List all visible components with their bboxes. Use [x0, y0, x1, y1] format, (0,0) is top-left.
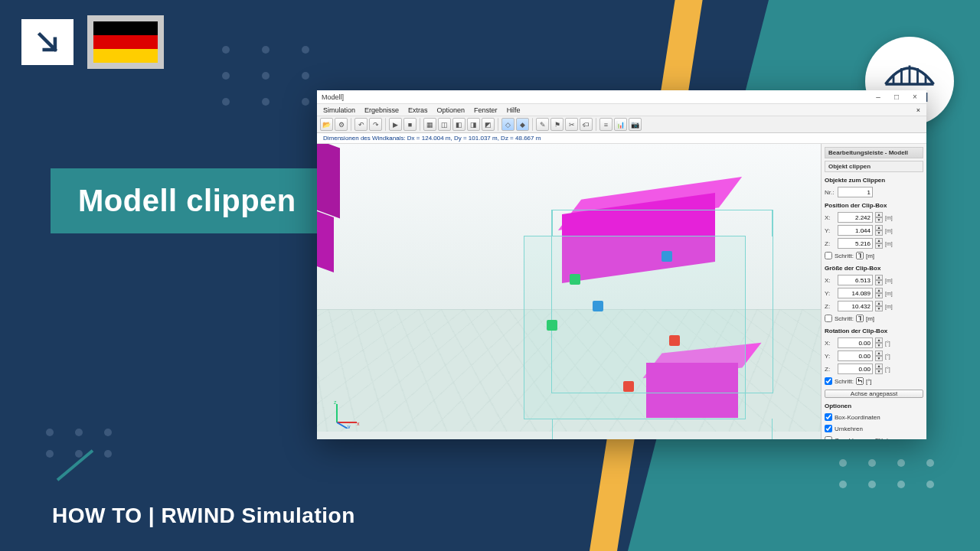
nr-input[interactable]	[838, 187, 873, 197]
window-title-text: Modell]	[322, 93, 344, 101]
tb-view5-icon[interactable]: ◩	[482, 118, 495, 131]
objects-label: Objekte zum Clippen	[825, 176, 923, 184]
svg-text:x: x	[357, 421, 360, 426]
tb-view4-icon[interactable]: ◨	[467, 118, 480, 131]
tb-flag-icon[interactable]: ⚑	[550, 118, 564, 131]
panel-section[interactable]: Objekt clippen	[825, 161, 923, 172]
svg-text:y: y	[348, 424, 351, 429]
window-close-button[interactable]: ×	[908, 93, 922, 102]
gizmo-rot-z-icon[interactable]	[662, 251, 672, 262]
pos-y-label: Y:	[825, 227, 835, 234]
tb-run-icon[interactable]: ▶	[389, 118, 402, 131]
tb-sep	[385, 118, 386, 131]
spinner-icon[interactable]: ▲▼	[875, 350, 883, 361]
menu-results[interactable]: Ergebnisse	[364, 106, 399, 114]
inner-close-button[interactable]: ×	[916, 106, 920, 114]
rot-z-input[interactable]	[838, 364, 873, 374]
german-flag-icon	[87, 15, 164, 69]
axis-triad-icon: z x y	[331, 398, 361, 429]
pos-x-label: X:	[825, 214, 835, 221]
spinner-icon[interactable]: ▲▼	[875, 275, 883, 285]
position-title: Position der Clip-Box	[825, 201, 923, 210]
menu-window[interactable]: Fenster	[474, 106, 498, 114]
spinner-icon[interactable]: ▲▼	[875, 225, 883, 236]
toolbar: 📂 ⚙ ↶ ↷ ▶ ■ ▦ ◫ ◧ ◨ ◩ ◇ ◆ ✎ ⚑ ✂ 🏷 ≡ 📊 📷	[317, 116, 926, 133]
tb-cam-icon[interactable]: 📷	[629, 118, 642, 131]
app-window: Modell] – □ × Simulation Ergebnisse Extr…	[317, 90, 926, 439]
window-maximize-button[interactable]: □	[890, 93, 903, 102]
tb-view3-icon[interactable]: ◧	[452, 118, 466, 131]
window-titlebar[interactable]: Modell] – □ ×	[317, 90, 926, 104]
menu-simulation[interactable]: Simulation	[323, 106, 355, 114]
tb-measure-icon[interactable]: ✎	[536, 118, 549, 131]
decor-dots-bottom-right	[839, 459, 934, 488]
tb-layers-icon[interactable]: ≡	[599, 118, 612, 131]
tb-chart-icon[interactable]: 📊	[614, 118, 627, 131]
spinner-icon[interactable]: ▲▼	[875, 337, 883, 348]
gizmo-rot-x-icon[interactable]	[623, 381, 634, 392]
tb-sep	[532, 118, 533, 131]
opt-closed-check[interactable]	[825, 436, 832, 439]
menu-options[interactable]: Optionen	[437, 106, 466, 114]
decor-dots-top	[222, 46, 312, 106]
gizmo-x-icon[interactable]	[669, 335, 680, 346]
model-block-bottom-side	[317, 211, 334, 272]
pos-z-input[interactable]	[838, 238, 873, 249]
tb-redo-icon[interactable]: ↷	[369, 118, 382, 131]
rot-y-input[interactable]	[838, 350, 873, 361]
tb-view2-icon[interactable]: ◫	[438, 118, 451, 131]
status-line: Dimensionen des Windkanals: Dx = 124.004…	[317, 133, 926, 144]
size-x-input[interactable]	[838, 275, 873, 285]
tb-sep	[498, 118, 498, 131]
tb-cube-icon[interactable]: ◇	[501, 118, 514, 131]
options-title: Optionen	[825, 402, 923, 410]
tb-stop-icon[interactable]: ■	[403, 118, 416, 131]
slide-title: Modell clippen	[51, 168, 324, 233]
rot-step-check[interactable]	[825, 377, 832, 385]
panel-header: Bearbeitungsleiste - Modell	[825, 147, 923, 158]
status-line-text: Dimensionen des Windkanals: Dx = 124.004…	[323, 135, 541, 142]
decor-dots-bottom-left	[46, 429, 112, 458]
spinner-icon[interactable]: ▲▼	[875, 212, 883, 223]
tb-sep	[351, 118, 351, 131]
model-block-bottom	[646, 363, 738, 418]
opt-invert-check[interactable]	[825, 425, 832, 432]
slide-footer: HOW TO | RWIND Simulation	[52, 504, 355, 528]
size-z-input[interactable]	[838, 301, 873, 311]
size-title: Größe der Clip-Box	[825, 264, 923, 272]
pos-y-input[interactable]	[838, 225, 873, 236]
gizmo-y-icon[interactable]	[570, 274, 580, 285]
size-step-check[interactable]	[825, 315, 832, 322]
spinner-icon[interactable]: ▲▼	[875, 301, 883, 311]
tb-view1-icon[interactable]: ▦	[423, 118, 436, 131]
size-step-input[interactable]	[856, 315, 864, 322]
spinner-icon[interactable]: ▲▼	[875, 288, 883, 298]
tb-gear-icon[interactable]: ⚙	[335, 118, 348, 131]
tb-tag-icon[interactable]: 🏷	[580, 118, 593, 131]
pos-x-input[interactable]	[838, 212, 873, 223]
window-minimize-button[interactable]: –	[871, 93, 885, 102]
gizmo-z-icon[interactable]	[593, 301, 603, 311]
rotation-title: Rotation der Clip-Box	[825, 327, 923, 335]
pos-z-label: Z:	[825, 240, 835, 247]
menu-extras[interactable]: Extras	[408, 106, 428, 114]
rot-step-input[interactable]	[856, 377, 864, 385]
pos-step-input[interactable]	[856, 252, 864, 259]
svg-line-4	[337, 422, 348, 429]
tb-undo-icon[interactable]: ↶	[354, 118, 368, 131]
pos-step-check[interactable]	[825, 252, 832, 259]
tb-cut-icon[interactable]: ✂	[565, 118, 578, 131]
viewport-3d[interactable]: z x y	[317, 144, 821, 439]
spinner-icon[interactable]: ▲▼	[875, 364, 883, 374]
tb-open-icon[interactable]: 📂	[320, 118, 333, 131]
rot-x-input[interactable]	[838, 337, 873, 348]
menu-bar: Simulation Ergebnisse Extras Optionen Fe…	[317, 104, 926, 116]
tb-sep	[420, 118, 420, 131]
axis-adjust-button[interactable]: Achse angepasst	[825, 390, 923, 398]
opt-boxcoords-check[interactable]	[825, 413, 832, 421]
size-y-input[interactable]	[838, 288, 873, 298]
tb-cube2-icon[interactable]: ◆	[516, 118, 529, 131]
spinner-icon[interactable]: ▲▼	[875, 238, 883, 249]
menu-help[interactable]: Hilfe	[507, 106, 521, 114]
gizmo-rot-y-icon[interactable]	[547, 320, 557, 331]
